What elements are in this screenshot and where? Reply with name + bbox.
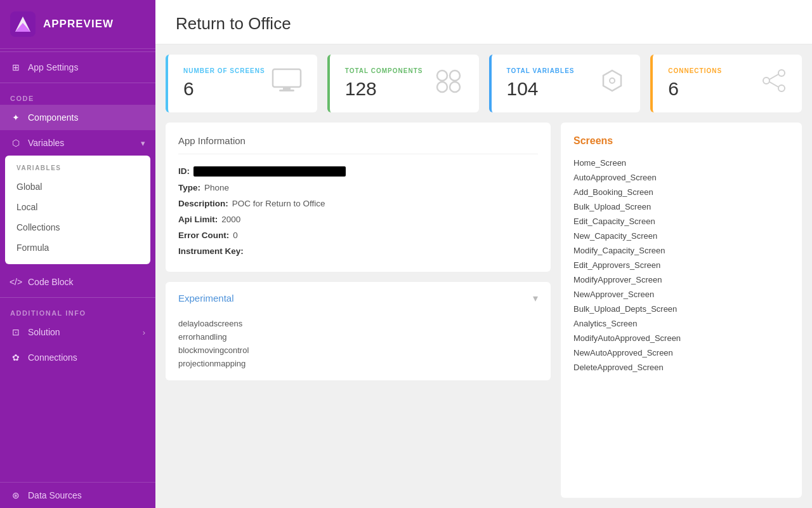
experimental-title: Experimental [178, 293, 234, 304]
screens-panel: Screens Home_Screen AutoApproved_Screen … [561, 123, 802, 498]
screen-item-15[interactable]: DeleteApproved_Screen [573, 360, 789, 375]
svg-point-9 [450, 82, 460, 92]
components-stat-icon [433, 68, 464, 99]
stat-label-connections: CONNECTIONS [668, 67, 722, 74]
experimental-item-3: blockmovingcontrol [178, 344, 538, 357]
screen-item-8[interactable]: Edit_Approvers_Screen [573, 258, 789, 272]
sidebar-item-code-block[interactable]: </> Code Block [0, 269, 155, 295]
experimental-chevron-icon: ▾ [533, 292, 538, 304]
stat-value-variables: 104 [507, 78, 575, 100]
experimental-item-1: delayloadscreens [178, 317, 538, 330]
stat-label-variables: TOTAL VARIABLES [507, 67, 575, 74]
sidebar-item-global[interactable]: Global [5, 177, 150, 197]
sidebar-item-solution[interactable]: ⊡ Solution › [0, 319, 155, 345]
screen-item-11[interactable]: Bulk_Upload_Depts_Screen [573, 302, 789, 316]
stat-info-connections: CONNECTIONS 6 [668, 67, 722, 100]
screen-item-1[interactable]: Home_Screen [573, 156, 789, 170]
info-label-type: Type: [178, 183, 200, 192]
screen-item-7[interactable]: Modify_Capacity_Screen [573, 243, 789, 258]
screen-item-2[interactable]: AutoApproved_Screen [573, 170, 789, 185]
chevron-down-icon: ▾ [141, 138, 145, 148]
data-sources-icon: ⊛ [10, 490, 22, 501]
sidebar-item-label-data-sources: Data Sources [28, 490, 82, 500]
experimental-header[interactable]: Experimental ▾ [166, 282, 551, 314]
sidebar-item-components[interactable]: ✦ Components [0, 105, 155, 130]
sidebar-item-data-sources[interactable]: ⊛ Data Sources [0, 483, 155, 508]
svg-point-13 [778, 85, 785, 91]
info-label-instrument-key: Instrument Key: [178, 246, 244, 256]
svg-point-11 [763, 77, 769, 84]
stat-card-connections: CONNECTIONS 6 [650, 55, 802, 112]
svg-point-10 [610, 78, 615, 83]
main-header: Return to Office [155, 0, 812, 44]
sidebar-item-local[interactable]: Local [5, 197, 150, 217]
app-name: APPREVIEW [43, 18, 114, 30]
screen-item-5[interactable]: Edit_Capacity_Screen [573, 214, 789, 229]
info-label-description: Description: [178, 199, 228, 208]
sidebar-item-connections[interactable]: ✿ Connections [0, 345, 155, 370]
info-row-error-count: Error Count: 0 [178, 227, 538, 243]
svg-rect-3 [273, 69, 301, 87]
info-label-id: ID: [178, 166, 190, 176]
variables-icon: ⬡ [10, 137, 22, 149]
info-row-description: Description: POC for Return to Office [178, 196, 538, 211]
stat-card-variables: TOTAL VARIABLES 104 [489, 55, 641, 112]
info-row-id: ID: [178, 163, 538, 180]
code-icon: </> [10, 276, 22, 288]
stat-label-components: TOTAL COMPONENTS [345, 67, 423, 74]
info-label-error-count: Error Count: [178, 231, 229, 240]
sidebar-item-label-solution: Solution [28, 327, 60, 337]
screen-stat-icon [272, 68, 302, 99]
screens-title: Screens [573, 135, 789, 147]
sidebar-item-collections[interactable]: Collections [5, 217, 150, 237]
sidebar-item-app-settings[interactable]: ⊞ App Settings [0, 55, 155, 80]
stat-value-connections: 6 [668, 78, 722, 100]
grid-icon: ⊞ [10, 62, 22, 73]
stat-info-screens: NUMBER OF SCREENS 6 [183, 67, 265, 100]
stat-card-components: TOTAL COMPONENTS 128 [327, 55, 479, 112]
sidebar-bottom: ⊛ Data Sources [0, 482, 155, 508]
screen-item-4[interactable]: Bulk_Upload_Screen [573, 199, 789, 214]
experimental-list: delayloadscreens errorhandling blockmovi… [166, 314, 551, 380]
code-section-label: CODE [0, 86, 155, 105]
stat-value-components: 128 [345, 78, 423, 100]
app-logo-icon [10, 11, 36, 37]
info-value-type: Phone [204, 183, 229, 192]
screen-item-10[interactable]: NewApprover_Screen [573, 287, 789, 302]
sidebar-item-formula[interactable]: Formula [5, 237, 150, 258]
screen-item-6[interactable]: New_Capacity_Screen [573, 229, 789, 243]
connections-stat-icon [761, 68, 787, 99]
svg-rect-5 [279, 90, 294, 91]
stats-row: NUMBER OF SCREENS 6 TOTAL COMPONENTS 128 [155, 44, 812, 112]
stat-value-screens: 6 [183, 78, 265, 100]
variables-stat-icon [599, 68, 625, 99]
experimental-card: Experimental ▾ delayloadscreens errorhan… [166, 282, 551, 380]
screen-item-12[interactable]: Analytics_Screen [573, 316, 789, 331]
info-row-instrument-key: Instrument Key: [178, 243, 538, 259]
divider-2 [0, 83, 155, 83]
stat-card-screens: NUMBER OF SCREENS 6 [166, 55, 317, 112]
info-row-type: Type: Phone [178, 180, 538, 196]
sidebar-item-label-code-block: Code Block [28, 277, 74, 287]
logo-area: APPREVIEW [0, 0, 155, 49]
info-value-description: POC for Return to Office [232, 199, 325, 208]
screen-item-3[interactable]: Add_Booking_Screen [573, 185, 789, 199]
info-value-api-limit: 2000 [221, 215, 240, 224]
page-title: Return to Office [176, 14, 792, 34]
screen-item-13[interactable]: ModifyAutoApproved_Screen [573, 331, 789, 345]
variables-submenu-header: VARIABLES [5, 162, 150, 177]
app-info-title: App Information [178, 135, 538, 154]
screen-item-14[interactable]: NewAutoApproved_Screen [573, 345, 789, 360]
stat-info-components: TOTAL COMPONENTS 128 [345, 67, 423, 100]
sidebar-item-variables[interactable]: ⬡ Variables ▾ [0, 130, 155, 156]
screen-item-9[interactable]: ModifyApprover_Screen [573, 272, 789, 287]
divider-1 [0, 51, 155, 52]
sidebar: APPREVIEW ⊞ App Settings CODE ✦ Componen… [0, 0, 155, 508]
info-label-api-limit: Api Limit: [178, 215, 218, 224]
content-row: App Information ID: Type: Phone Descript… [155, 112, 812, 508]
variables-submenu: VARIABLES Global Local Collections Formu… [5, 156, 150, 264]
additional-info-label: ADDITIONAL INFO [0, 300, 155, 319]
chevron-right-icon: › [143, 328, 145, 337]
info-value-id-redacted [193, 166, 346, 177]
svg-point-7 [450, 70, 460, 81]
